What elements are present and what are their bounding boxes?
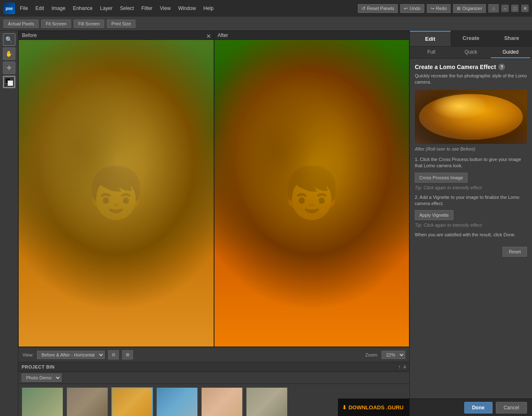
before-label: Before [19, 31, 214, 40]
project-bin-menu-icon[interactable]: ≡ [403, 364, 406, 370]
effect-preview [415, 90, 527, 144]
tab-edit[interactable]: Edit [410, 31, 451, 46]
thumbnail-3[interactable] [111, 387, 153, 416]
watermark: ⬇ DOWNLOADS .GURU [338, 399, 409, 416]
after-panel: After 👦 [214, 31, 410, 347]
redo-icon: ↪ [431, 6, 434, 11]
reset-panels-icon: ↺ [362, 6, 365, 11]
project-bin-title: PROJECT BIN [22, 364, 54, 369]
menu-view[interactable]: View [158, 4, 173, 13]
hand-tool[interactable]: ✋ [3, 47, 15, 60]
before-panel: Before 👦 ✕ [18, 31, 214, 347]
after-image: 👦 [214, 40, 409, 347]
close-button[interactable]: ✕ [521, 5, 529, 12]
foreground-color[interactable] [3, 76, 15, 88]
app-logo: pse [3, 2, 15, 14]
cancel-button[interactable]: Cancel [496, 402, 527, 414]
view-label: View: [22, 352, 34, 357]
project-bin-controls: Photo Demo [18, 372, 409, 384]
canvas-area: Before 👦 ✕ After 👦 View: Before OnlyAfte… [18, 31, 409, 416]
thumbnail-4[interactable] [156, 387, 198, 416]
minimize-button[interactable]: – [501, 5, 509, 12]
redo-button[interactable]: ↪ Redo [427, 4, 451, 13]
after-label: After [214, 31, 409, 40]
sub-tab-full[interactable]: Full [411, 47, 451, 58]
before-after-container: Before 👦 ✕ After 👦 [18, 31, 409, 347]
reset-button[interactable]: Reset [502, 247, 527, 257]
satisfied-text: When you are satisfied with the result, … [415, 232, 527, 238]
title-bar: pse File Edit Image Enhance Layer Select… [0, 0, 532, 17]
thumbnail-1[interactable] [22, 387, 63, 416]
step2-text: 2. Add a Vignette to your image to final… [415, 194, 527, 207]
home-icon: ⌂ [492, 6, 495, 11]
effect-title-container: Create a Lomo Camera Effect ? [415, 64, 527, 70]
toolbar: Actual Pixels Fit Screen Fill Screen Pri… [0, 17, 532, 31]
thumbnail-6[interactable] [246, 387, 288, 416]
menu-select[interactable]: Select [118, 4, 136, 13]
organizer-icon: ⊞ [457, 6, 461, 11]
before-image: 👦 [19, 40, 214, 347]
watermark-suffix: .GURU [386, 404, 404, 411]
sub-tabs: Full Quick Guided [410, 47, 532, 59]
main-layout: 🔍 ✋ ✛ Before 👦 ✕ After 👦 [0, 31, 532, 416]
home-button[interactable]: ⌂ [488, 4, 499, 12]
fill-screen-button[interactable]: Fill Screen [74, 20, 104, 28]
menu-enhance[interactable]: Enhance [70, 4, 95, 13]
organizer-button[interactable]: ⊞ Organizer [453, 4, 486, 13]
vertical-view-icon[interactable]: ⊞ [122, 350, 133, 359]
menu-layer[interactable]: Layer [98, 4, 115, 13]
thumbnail-5[interactable] [201, 387, 243, 416]
watermark-text: DOWNLOADS [348, 404, 384, 411]
step1-text: 1. Click the Cross Process button to giv… [415, 156, 527, 169]
zoom-select[interactable]: 22% [382, 351, 405, 359]
info-icon[interactable]: ? [498, 64, 505, 70]
sub-tab-guided[interactable]: Guided [491, 47, 530, 58]
preview-label: After (Roll over to see Before) [415, 146, 527, 151]
undo-button[interactable]: ↩ Undo [400, 4, 424, 13]
after-photo-overlay: 👦 [214, 40, 409, 347]
project-bin-expand-icon[interactable]: ↑ [398, 364, 401, 370]
menu-edit[interactable]: Edit [33, 4, 47, 13]
maximize-button[interactable]: □ [511, 5, 519, 12]
menu-image[interactable]: Image [49, 4, 68, 13]
right-panel: Edit Create Share Full Quick Guided Crea… [409, 31, 532, 416]
move-tool[interactable]: ✛ [3, 62, 15, 74]
tab-share[interactable]: Share [491, 31, 532, 46]
panel-tabs: Edit Create Share [410, 31, 532, 47]
close-before-button[interactable]: ✕ [206, 33, 211, 40]
bottom-bar: Done Cancel [410, 399, 532, 416]
actual-pixels-button[interactable]: Actual Pixels [3, 20, 39, 28]
undo-icon: ↩ [404, 6, 408, 11]
cross-process-button[interactable]: Cross Process Image [415, 173, 468, 183]
menu-filter[interactable]: Filter [139, 4, 155, 13]
reset-panels-button[interactable]: ↺ Reset Panels [358, 4, 398, 13]
effect-title-text: Create a Lomo Camera Effect [415, 64, 496, 70]
view-select[interactable]: Before OnlyAfter OnlyBefore & After - Ho… [37, 351, 105, 359]
tab-create[interactable]: Create [451, 31, 491, 46]
photo-demo-select[interactable]: Photo Demo [22, 374, 62, 382]
apply-vignette-button[interactable]: Apply Vignette [415, 210, 453, 220]
menu-window[interactable]: Window [176, 4, 199, 13]
before-photo-overlay: 👦 [19, 40, 214, 347]
tip2-text: Tip: Click again to intensify effect [415, 223, 527, 228]
project-bin-header: PROJECT BIN ↑ ≡ [18, 362, 409, 372]
print-size-button[interactable]: Print Size [107, 20, 135, 28]
watermark-icon: ⬇ [342, 404, 347, 411]
panel-content: Create a Lomo Camera Effect ? Quickly re… [410, 59, 532, 399]
fit-screen-button[interactable]: Fit Screen [41, 20, 71, 28]
sub-tab-quick[interactable]: Quick [451, 47, 490, 58]
effect-description: Quickly recreate the fun photographic st… [415, 73, 527, 86]
done-button[interactable]: Done [464, 402, 493, 414]
menu-help[interactable]: Help [201, 4, 216, 13]
zoom-label: Zoom: [365, 352, 378, 357]
menu-file[interactable]: File [17, 4, 30, 13]
view-bar: View: Before OnlyAfter OnlyBefore & Afte… [18, 347, 409, 362]
tools-panel: 🔍 ✋ ✛ [0, 31, 18, 416]
horizontal-view-icon[interactable]: ⊟ [108, 350, 119, 359]
thumbnail-2[interactable] [66, 387, 108, 416]
tip1-text: Tip: Click again to intensify effect [415, 185, 527, 190]
zoom-tool[interactable]: 🔍 [3, 33, 15, 46]
